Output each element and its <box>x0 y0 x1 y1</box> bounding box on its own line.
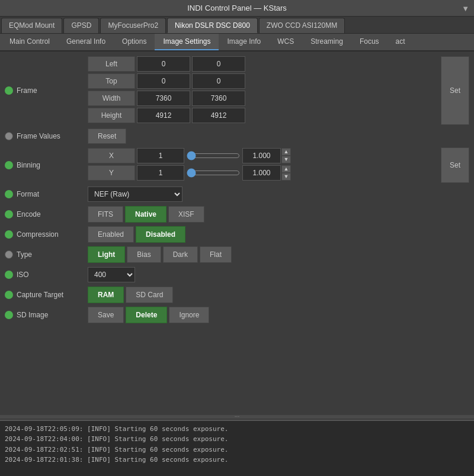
type-bias-button[interactable]: Bias <box>127 246 161 263</box>
binning-y-input[interactable] <box>137 165 184 181</box>
type-flat-button[interactable]: Flat <box>200 246 232 263</box>
format-section: Format NEF (Raw) JPEG JPEG + NEF <box>5 185 469 203</box>
log-line: 2024-09-18T22:04:00: [INFO] Starting 60 … <box>5 435 469 443</box>
separator: ··· <box>0 415 474 419</box>
device-tab-nikon[interactable]: Nikon DSLR DSC D800 <box>167 18 258 33</box>
type-label: Type <box>17 250 88 259</box>
title-bar: INDI Control Panel — KStars ▼ <box>0 0 474 17</box>
binning-x-row: X ▲ ▼ <box>88 148 437 163</box>
encode-section: Encode FITS Native XISF <box>5 205 469 223</box>
reset-button[interactable]: Reset <box>88 128 126 144</box>
log-area: 2024-09-18T22:05:09: [INFO] Starting 60 … <box>0 420 474 476</box>
compression-disabled-button[interactable]: Disabled <box>136 226 185 243</box>
framevalues-label: Frame Values <box>17 132 88 140</box>
encode-xisf-button[interactable]: XISF <box>168 206 204 223</box>
frame-top-input1[interactable] <box>137 73 190 89</box>
framevalues-controls: Reset <box>88 128 469 144</box>
compression-label: Compression <box>17 230 88 239</box>
type-buttons: Light Bias Dark Flat <box>88 246 469 263</box>
frame-top-label: Top <box>88 73 135 89</box>
app-title: INDI Control Panel — KStars <box>187 4 287 12</box>
type-dark-button[interactable]: Dark <box>163 246 198 263</box>
feature-tab-streaming[interactable]: Streaming <box>302 34 351 50</box>
device-tab-gpsd[interactable]: GPSD <box>63 18 99 33</box>
frame-top-row: Top <box>88 73 437 89</box>
binning-y-down[interactable]: ▼ <box>281 173 291 181</box>
type-light-button[interactable]: Light <box>88 246 125 263</box>
binning-x-input[interactable] <box>137 148 184 163</box>
framevalues-indicator <box>5 132 13 140</box>
frame-width-input2[interactable] <box>192 91 245 106</box>
binning-x-up[interactable]: ▲ <box>281 148 291 156</box>
titlebar-arrow[interactable]: ▼ <box>462 4 469 12</box>
binning-x-down[interactable]: ▼ <box>281 156 291 163</box>
encode-native-button[interactable]: Native <box>125 206 166 223</box>
feature-tab-options[interactable]: Options <box>114 34 155 50</box>
feature-tab-wcs[interactable]: WCS <box>269 34 302 50</box>
iso-select[interactable]: 100 200 400 800 1600 3200 <box>88 267 135 282</box>
binning-y-slider[interactable] <box>187 168 240 178</box>
device-tab-zwo[interactable]: ZWO CCD ASI120MM <box>259 18 345 33</box>
type-indicator <box>5 250 13 259</box>
encode-buttons: FITS Native XISF <box>88 206 469 223</box>
frame-width-row: Width <box>88 91 437 106</box>
binning-x-arrows: ▲ ▼ <box>281 148 291 163</box>
feature-tab-imagesettings[interactable]: Image Settings <box>155 34 219 50</box>
capturetarget-indicator <box>5 291 13 299</box>
frame-left-row: Left <box>88 56 437 72</box>
binning-x-slider-group: ▲ ▼ <box>187 148 291 163</box>
capturetarget-buttons: RAM SD Card <box>88 287 469 303</box>
frame-set-button[interactable]: Set <box>441 56 469 125</box>
sd-image-section: SD Image Save Delete Ignore <box>5 306 469 324</box>
sdimage-save-button[interactable]: Save <box>88 307 124 323</box>
frame-height-input1[interactable] <box>137 108 190 123</box>
format-label: Format <box>17 190 88 198</box>
frame-left-input2[interactable] <box>192 56 245 72</box>
capturetarget-sdcard-button[interactable]: SD Card <box>126 287 173 303</box>
frame-height-label: Height <box>88 108 135 123</box>
iso-section: ISO 100 200 400 800 1600 3200 <box>5 266 469 284</box>
encode-fits-button[interactable]: FITS <box>88 206 123 223</box>
binning-y-up[interactable]: ▲ <box>281 165 291 173</box>
feature-tab-general[interactable]: General Info <box>58 34 114 50</box>
capturetarget-ram-button[interactable]: RAM <box>88 287 124 303</box>
frame-section: Frame Left Top Width Height <box>5 56 469 125</box>
binning-y-row: Y ▲ ▼ <box>88 165 437 181</box>
feature-tab-focus[interactable]: Focus <box>351 34 387 50</box>
binning-y-spin[interactable] <box>242 165 281 181</box>
sdimage-label: SD Image <box>17 311 88 319</box>
device-tab-eqmod[interactable]: EQMod Mount <box>1 18 62 33</box>
iso-controls: 100 200 400 800 1600 3200 <box>88 267 469 282</box>
format-select[interactable]: NEF (Raw) JPEG JPEG + NEF <box>88 186 182 202</box>
feature-tab-act[interactable]: act <box>387 34 414 50</box>
frame-width-input1[interactable] <box>137 91 190 106</box>
device-tab-myfocuser[interactable]: MyFocuserPro2 <box>100 18 166 33</box>
frame-values-section: Frame Values Reset <box>5 127 469 145</box>
compression-enabled-button[interactable]: Enabled <box>88 226 134 243</box>
sdimage-delete-button[interactable]: Delete <box>126 307 167 323</box>
feature-tab-imageinfo[interactable]: Image Info <box>219 34 269 50</box>
frame-top-input2[interactable] <box>192 73 245 89</box>
format-indicator <box>5 190 13 198</box>
log-line: 2024-09-18T22:05:09: [INFO] Starting 60 … <box>5 424 469 433</box>
binning-x-slider[interactable] <box>187 151 240 160</box>
binning-x-label: X <box>88 148 135 163</box>
binning-y-arrows: ▲ ▼ <box>281 165 291 181</box>
encode-indicator <box>5 210 13 218</box>
compression-section: Compression Enabled Disabled <box>5 226 469 243</box>
feature-tab-main[interactable]: Main Control <box>1 34 58 50</box>
feature-tabs: Main ControlGeneral InfoOptionsImage Set… <box>0 34 474 52</box>
sdimage-ignore-button[interactable]: Ignore <box>169 307 209 323</box>
binning-y-label: Y <box>88 165 135 181</box>
type-section: Type Light Bias Dark Flat <box>5 246 469 263</box>
binning-set-button[interactable]: Set <box>441 147 469 183</box>
sdimage-buttons: Save Delete Ignore <box>88 307 469 323</box>
binning-indicator <box>5 161 13 169</box>
log-line: 2024-09-18T22:01:38: [INFO] Starting 60 … <box>5 455 469 464</box>
encode-label: Encode <box>17 210 88 218</box>
binning-x-spin[interactable] <box>242 148 281 163</box>
frame-width-label: Width <box>88 91 135 106</box>
frame-left-input1[interactable] <box>137 56 190 72</box>
iso-indicator <box>5 271 13 279</box>
frame-height-input2[interactable] <box>192 108 245 123</box>
